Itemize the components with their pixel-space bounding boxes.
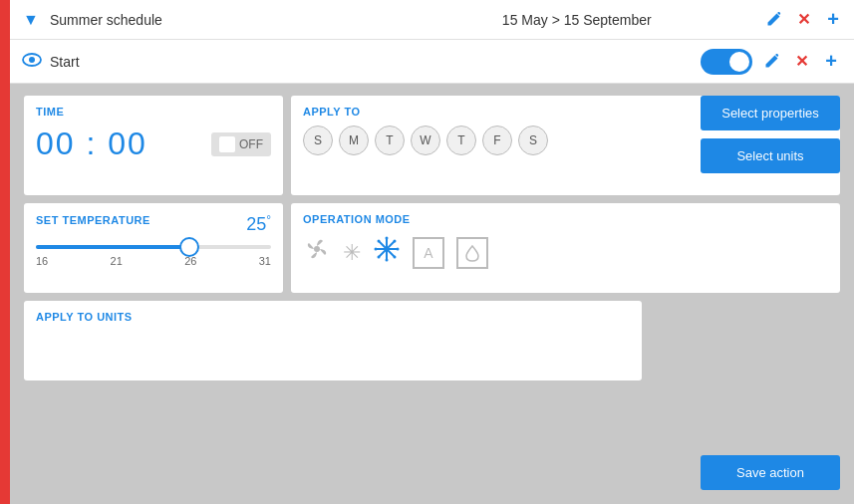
svg-point-14 <box>378 256 381 259</box>
main-content: TIME 00 : 00 OFF APPLY TO S M <box>10 84 854 504</box>
temp-card: SET TEMPERATURE 25° 16 21 <box>24 203 283 293</box>
fan-icon[interactable] <box>303 235 331 270</box>
temp-unit: ° <box>266 213 271 227</box>
off-toggle[interactable]: OFF <box>211 132 271 156</box>
cool-icon[interactable] <box>373 235 401 270</box>
svg-point-12 <box>394 256 397 259</box>
schedule-header: ▼ Summer schedule 15 May > 15 September … <box>10 0 854 40</box>
day-btn-t1[interactable]: T <box>375 126 405 155</box>
left-strip <box>0 0 10 504</box>
time-value: 00 : 00 <box>36 126 147 162</box>
slider-mid2: 26 <box>184 255 196 267</box>
schedule-header-left: ▼ Summer schedule <box>20 9 392 31</box>
schedule-dates: 15 May > 15 September <box>392 12 763 28</box>
save-action-button[interactable]: Save action <box>701 455 840 490</box>
time-display-row: 00 : 00 OFF <box>36 126 271 162</box>
svg-point-8 <box>386 259 389 262</box>
day-btn-t2[interactable]: T <box>446 126 476 155</box>
content-area: ▼ Summer schedule 15 May > 15 September … <box>10 0 854 504</box>
svg-point-13 <box>394 240 397 243</box>
operation-mode-card: OPERATION MODE <box>291 203 840 293</box>
cards-row-2: SET TEMPERATURE 25° 16 21 <box>24 203 840 293</box>
select-properties-button[interactable]: Select properties <box>701 96 840 130</box>
temp-header: SET TEMPERATURE 25° <box>36 213 271 235</box>
add-start-icon[interactable]: + <box>820 51 842 73</box>
off-toggle-thumb <box>219 136 235 152</box>
temp-value-display: 25° <box>246 213 271 235</box>
day-btn-s2[interactable]: S <box>518 126 548 155</box>
auto-mode-icon[interactable]: A <box>413 237 444 269</box>
right-buttons: Select properties Select units <box>701 96 840 173</box>
svg-point-10 <box>397 248 400 251</box>
slider-track <box>36 245 271 249</box>
day-btn-m[interactable]: M <box>339 126 369 155</box>
slider-mid1: 21 <box>111 255 123 267</box>
start-left: Start <box>22 51 701 72</box>
slider-min: 16 <box>36 255 48 267</box>
dry-mode-icon[interactable] <box>456 237 488 269</box>
heat-icon[interactable]: ✳ <box>343 240 361 266</box>
off-label: OFF <box>239 137 263 151</box>
edit-schedule-icon[interactable] <box>762 9 784 31</box>
slider-fill <box>36 245 184 249</box>
op-icons-row: ✳ <box>303 235 828 270</box>
apply-to-units-card: APPLY TO UNITS <box>24 301 642 380</box>
chevron-down-icon[interactable]: ▼ <box>20 9 42 31</box>
op-mode-label: OPERATION MODE <box>303 213 828 225</box>
svg-point-2 <box>314 246 320 252</box>
slider-max: 31 <box>259 255 271 267</box>
time-card: TIME 00 : 00 OFF <box>24 96 283 195</box>
cards-row-3: APPLY TO UNITS <box>24 301 840 380</box>
save-btn-container: Save action <box>701 455 840 490</box>
temp-value: 25 <box>246 214 266 234</box>
svg-point-7 <box>386 237 389 240</box>
day-btn-w[interactable]: W <box>411 126 440 155</box>
start-toggle[interactable] <box>701 49 752 75</box>
delete-schedule-icon[interactable]: ✕ <box>792 9 814 31</box>
start-row: Start ✕ + <box>10 40 854 84</box>
select-units-button[interactable]: Select units <box>701 138 840 173</box>
svg-point-1 <box>29 57 35 63</box>
slider-labels: 16 21 26 31 <box>36 255 271 267</box>
main-container: ▼ Summer schedule 15 May > 15 September … <box>0 0 854 504</box>
svg-point-11 <box>378 240 381 243</box>
start-label: Start <box>50 54 80 70</box>
schedule-header-actions: ✕ + <box>762 9 844 31</box>
temp-label: SET TEMPERATURE <box>36 214 150 226</box>
day-btn-f[interactable]: F <box>482 126 512 155</box>
time-label: TIME <box>36 106 271 118</box>
schedule-title: Summer schedule <box>50 12 162 28</box>
edit-start-icon[interactable] <box>760 51 782 73</box>
toggle-thumb <box>729 52 749 72</box>
units-label: APPLY TO UNITS <box>36 311 630 323</box>
day-btn-s1[interactable]: S <box>303 126 333 155</box>
add-schedule-icon[interactable]: + <box>822 9 844 31</box>
slider-container[interactable] <box>36 245 271 249</box>
eye-icon <box>22 51 42 72</box>
svg-point-9 <box>375 248 378 251</box>
slider-thumb[interactable] <box>179 237 199 257</box>
toggle-track <box>701 49 752 75</box>
start-actions: ✕ + <box>701 49 842 75</box>
delete-start-icon[interactable]: ✕ <box>790 51 812 73</box>
